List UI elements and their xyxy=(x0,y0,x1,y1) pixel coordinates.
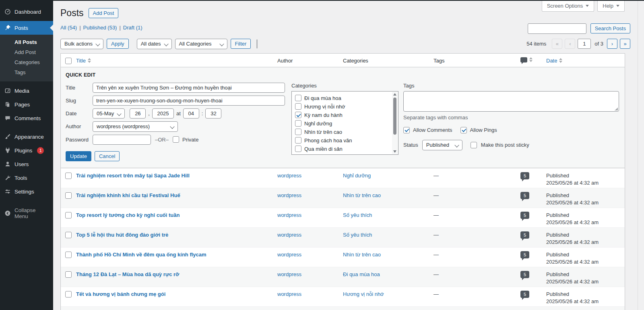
comment-count-bubble[interactable]: 5 xyxy=(520,291,529,298)
author-select[interactable]: wordpress (wordpress) xyxy=(93,121,178,132)
sort-by-date[interactable]: Date xyxy=(546,58,562,64)
post-author-link[interactable]: wordpress xyxy=(277,212,301,218)
sidebar-item-plugins[interactable]: Plugins 1 xyxy=(0,144,53,157)
view-filter-published[interactable]: Published (53) xyxy=(83,25,117,31)
post-title-link[interactable]: Thành phố Hồ Chí Minh về đêm qua ống kín… xyxy=(76,252,206,258)
sidebar-item-categories[interactable]: Categories xyxy=(0,57,53,67)
post-author-link[interactable]: wordpress xyxy=(277,291,301,297)
category-checkbox[interactable] xyxy=(295,103,301,110)
minute-input[interactable]: 32 xyxy=(205,108,221,119)
row-checkbox[interactable] xyxy=(65,192,72,199)
slug-input[interactable]: tren-yen-xe-xuyen-truong-son-duong-mon-h… xyxy=(93,96,285,106)
row-checkbox[interactable] xyxy=(65,271,72,278)
category-option[interactable]: Kỳ nam du hành xyxy=(295,111,391,119)
post-category-link[interactable]: Đi qua mùa hoa xyxy=(343,271,380,277)
post-category-link[interactable]: Nghỉ dưỡng xyxy=(343,173,371,179)
post-author-link[interactable]: wordpress xyxy=(277,271,301,277)
sidebar-item-settings[interactable]: Settings xyxy=(0,185,53,198)
filter-button[interactable]: Filter xyxy=(231,39,251,49)
comment-count-bubble[interactable]: 5 xyxy=(520,192,529,199)
category-option[interactable]: Đi qua mùa hoa xyxy=(295,94,391,102)
post-title-link[interactable]: Top 5 lễ hội thu hút đông đảo giới trẻ xyxy=(76,232,168,238)
update-button[interactable]: Update xyxy=(66,151,91,161)
sidebar-item-tools[interactable]: Tools xyxy=(0,171,53,185)
post-title-link[interactable]: Trải nghiệm resort trên mây tại Sapa Jad… xyxy=(76,173,190,179)
month-select[interactable]: 05-May xyxy=(93,108,125,119)
allow-pings-checkbox[interactable] xyxy=(460,127,467,133)
category-checkbox[interactable] xyxy=(295,120,301,127)
category-option[interactable]: Nghỉ dưỡng xyxy=(295,119,391,128)
view-filter-draft[interactable]: Draft (1) xyxy=(123,25,142,31)
category-option[interactable]: Qua miền di sản xyxy=(295,145,391,153)
sidebar-item-media[interactable]: Media xyxy=(0,84,53,98)
day-input[interactable]: 26 xyxy=(130,108,146,119)
sidebar-item-pages[interactable]: Pages xyxy=(0,98,53,111)
post-title-link[interactable]: Tết và hương vị bánh chưng mẹ gói xyxy=(76,291,165,297)
category-checkbox[interactable] xyxy=(295,146,301,152)
comment-count-bubble[interactable]: 5 xyxy=(520,212,529,219)
row-checkbox[interactable] xyxy=(65,252,72,258)
next-page-button[interactable]: › xyxy=(607,39,617,49)
sidebar-item-users[interactable]: Users xyxy=(0,157,53,171)
view-filter-all[interactable]: All (54) xyxy=(60,25,77,31)
comment-count-bubble[interactable]: 5 xyxy=(520,231,529,239)
category-option[interactable]: Hương vị nỗi nhớ xyxy=(295,102,391,111)
sidebar-item-appearance[interactable]: Appearance xyxy=(0,130,53,144)
row-checkbox[interactable] xyxy=(65,232,72,238)
post-title-link[interactable]: Top resort lý tưởng cho kỳ nghỉ cuối tuầ… xyxy=(76,212,180,218)
title-input[interactable]: Trên yên xe xuyên Trường Sơn – Đường mòn… xyxy=(93,83,285,93)
categories-filter-select[interactable]: All Categories xyxy=(175,39,227,49)
post-category-link[interactable]: Số yêu thích xyxy=(343,212,372,218)
sidebar-item-add-post[interactable]: Add Post xyxy=(0,47,53,57)
post-category-link[interactable]: Nhìn từ trên cao xyxy=(343,252,381,258)
year-input[interactable]: 2025 xyxy=(152,108,174,119)
post-category-link[interactable]: Nhìn từ trên cao xyxy=(343,192,381,198)
categories-scrollbar[interactable] xyxy=(392,92,398,154)
search-posts-button[interactable]: Search Posts xyxy=(590,23,630,33)
sidebar-item-dashboard[interactable]: Dashboard xyxy=(0,5,53,19)
post-title-link[interactable]: Trải nghiệm khinh khí cầu tại Festival H… xyxy=(76,192,180,198)
sidebar-item-all-posts[interactable]: All Posts xyxy=(0,37,53,47)
row-checkbox[interactable] xyxy=(65,212,72,218)
sidebar-item-posts[interactable]: Posts xyxy=(0,21,53,35)
scroll-up-icon[interactable] xyxy=(393,93,396,96)
tags-textarea[interactable] xyxy=(403,91,619,112)
post-category-link[interactable]: Hương vị nỗi nhớ xyxy=(343,291,384,297)
row-checkbox[interactable] xyxy=(65,291,72,298)
allow-comments-checkbox[interactable] xyxy=(403,127,410,133)
comment-count-bubble[interactable]: 5 xyxy=(520,251,529,258)
sort-by-comments[interactable] xyxy=(520,57,533,62)
current-page-input[interactable] xyxy=(578,39,591,49)
post-title-link[interactable]: Tháng 12 Đà Lạt – Mùa hoa dã quỳ rực rỡ xyxy=(76,271,179,277)
screen-options-button[interactable]: Screen Options xyxy=(542,1,594,12)
post-author-link[interactable]: wordpress xyxy=(277,252,301,258)
help-button[interactable]: Help xyxy=(597,1,625,12)
select-all-checkbox[interactable] xyxy=(65,58,72,64)
cancel-button[interactable]: Cancel xyxy=(95,151,120,161)
dates-filter-select[interactable]: All dates xyxy=(137,39,172,49)
add-post-button[interactable]: Add Post xyxy=(89,8,119,18)
post-category-link[interactable]: Số yêu thích xyxy=(343,232,372,238)
sticky-checkbox[interactable] xyxy=(471,142,477,148)
collapse-menu-button[interactable]: Collapse Menu xyxy=(0,204,53,223)
category-checkbox[interactable] xyxy=(295,129,301,135)
comment-count-bubble[interactable]: 5 xyxy=(520,172,529,179)
apply-button[interactable]: Apply xyxy=(107,39,129,49)
password-input[interactable] xyxy=(93,135,151,145)
post-author-link[interactable]: wordpress xyxy=(277,192,301,198)
bulk-actions-select[interactable]: Bulk actions xyxy=(60,39,103,49)
hour-input[interactable]: 04 xyxy=(183,108,199,119)
category-checkbox[interactable] xyxy=(295,112,301,118)
last-page-button[interactable]: » xyxy=(620,39,630,49)
row-checkbox[interactable] xyxy=(65,173,72,179)
textarea-resize-handle[interactable] xyxy=(615,107,618,110)
sidebar-item-tags[interactable]: Tags xyxy=(0,67,53,77)
scrollbar-thumb[interactable] xyxy=(393,98,396,135)
post-author-link[interactable]: wordpress xyxy=(277,173,301,179)
category-option[interactable]: Nhìn từ trên cao xyxy=(295,128,391,136)
private-checkbox[interactable] xyxy=(173,136,179,143)
sort-by-title[interactable]: Title xyxy=(76,58,91,64)
status-select[interactable]: Published xyxy=(422,140,462,150)
comment-count-bubble[interactable]: 5 xyxy=(520,271,529,278)
search-posts-input[interactable] xyxy=(528,23,586,34)
